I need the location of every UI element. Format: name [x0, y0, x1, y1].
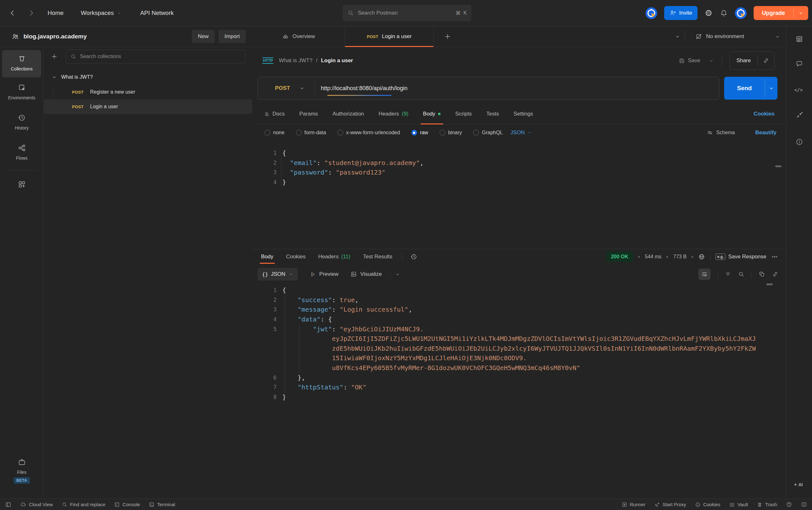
environment-selector[interactable]: No environment [690, 26, 786, 47]
add-module-icon[interactable] [18, 180, 26, 189]
nav-workspaces[interactable]: Workspaces [81, 9, 122, 17]
format-options-chevron-icon[interactable] [395, 272, 400, 277]
breadcrumb-parent[interactable]: What is JWT? [279, 57, 312, 64]
visualize-button[interactable]: Visualize [351, 271, 382, 277]
status-badge[interactable]: 200 OK [606, 252, 633, 262]
add-collection-icon[interactable] [51, 53, 58, 60]
send-button[interactable]: Send [724, 77, 777, 100]
preview-button[interactable]: Preview [310, 271, 338, 277]
request-body-editor[interactable]: 1{2 "email": "student@javapro.academy",3… [252, 141, 786, 253]
tab-tests[interactable]: Tests [486, 104, 499, 124]
cookies-button[interactable]: Cookies [695, 502, 720, 507]
sidebar-item-files[interactable]: Files BETA [0, 458, 43, 484]
method-chevron-icon[interactable] [299, 85, 305, 91]
user-avatar[interactable] [735, 7, 747, 19]
collapse-panel-icon[interactable] [795, 111, 803, 119]
tab-login-a-user[interactable]: POST Login a user [345, 26, 433, 47]
find-and-replace-button[interactable]: Find and replace [62, 502, 106, 507]
tab-headers[interactable]: Headers (9) [379, 104, 409, 124]
tab-body[interactable]: Body [423, 104, 441, 124]
runner-button[interactable]: Runner [622, 502, 645, 507]
collections-search-input[interactable]: Search collections [66, 50, 245, 63]
tab-authorization[interactable]: Authorization [332, 104, 364, 124]
sidebar-item-flows[interactable]: Flows [0, 144, 43, 161]
more-options-icon[interactable] [772, 254, 778, 260]
chevron-down-icon[interactable] [51, 74, 57, 80]
console-button[interactable]: Console [114, 502, 140, 507]
save-response-button[interactable]: e.g. Save Response [716, 254, 766, 260]
response-size[interactable]: 773 B [673, 254, 686, 260]
help-icon[interactable] [786, 502, 792, 507]
radio-form-data[interactable]: form-data [296, 130, 326, 136]
tab-settings[interactable]: Settings [514, 104, 533, 124]
save-menu-chevron-icon[interactable] [709, 58, 714, 63]
environment-quicklook-icon[interactable] [795, 35, 803, 43]
response-tab-headers[interactable]: Headers (11) [318, 249, 350, 264]
request-editor-scrollbar[interactable] [775, 165, 782, 167]
upgrade-menu-chevron[interactable] [793, 10, 808, 16]
workspace-name[interactable]: blog.javapro.academy [24, 33, 87, 40]
radio-none[interactable]: none [265, 130, 284, 136]
request-row-register[interactable]: POST Register a new user [43, 85, 252, 99]
tab-docs[interactable]: Docs [264, 104, 285, 124]
terminal-button[interactable]: Terminal [149, 502, 175, 507]
response-history-icon[interactable] [411, 253, 417, 260]
filter-icon[interactable] [725, 271, 731, 277]
save-button[interactable]: Save [688, 57, 700, 64]
radio-graphql[interactable]: GraphQL [473, 130, 503, 136]
cookies-link[interactable]: Cookies [754, 111, 775, 117]
comments-icon[interactable] [795, 60, 803, 67]
sidebar-item-environments[interactable]: Environments [0, 83, 43, 100]
start-proxy-button[interactable]: Start Proxy [654, 502, 686, 507]
sidebar-item-collections[interactable]: Collections [2, 50, 41, 78]
back-arrow-icon[interactable] [9, 9, 17, 17]
response-format-select[interactable]: {} JSON [258, 268, 298, 281]
link-icon[interactable] [772, 271, 778, 277]
forward-arrow-icon[interactable] [27, 9, 35, 17]
response-scrollbar[interactable] [766, 283, 773, 285]
invite-button[interactable]: Invite [664, 6, 697, 20]
two-pane-layout-icon[interactable] [801, 502, 807, 507]
global-search-input[interactable]: Search Postman ⌘ K [342, 5, 471, 21]
response-tab-test-results[interactable]: Test Results [363, 249, 392, 264]
new-button[interactable]: New [192, 30, 215, 43]
nav-api-network[interactable]: API Network [140, 9, 174, 17]
url-input[interactable]: http://localhost:8080/api/auth/login [321, 85, 408, 92]
tab-overflow-chevron-icon[interactable] [675, 34, 680, 39]
nav-home[interactable]: Home [48, 9, 64, 17]
request-row-login[interactable]: POST Login a user [43, 99, 252, 114]
vault-button[interactable]: Vault [729, 502, 748, 507]
network-globe-icon[interactable] [698, 253, 705, 260]
share-button[interactable]: Share [729, 51, 775, 70]
send-options-chevron[interactable] [765, 77, 777, 100]
code-snippet-icon[interactable]: </> [794, 87, 803, 93]
search-response-icon[interactable] [738, 271, 745, 277]
bell-icon[interactable] [720, 9, 728, 17]
beautify-button[interactable]: Beautify [755, 130, 777, 136]
team-avatar[interactable] [645, 7, 657, 19]
trash-button[interactable]: Trash [757, 502, 777, 507]
add-tab-icon[interactable] [444, 33, 451, 40]
copy-icon[interactable] [759, 271, 765, 277]
language-select[interactable]: JSON [510, 130, 532, 136]
radio-binary[interactable]: binary [440, 130, 462, 136]
method-select[interactable]: POST [275, 85, 290, 91]
gear-icon[interactable] [704, 9, 713, 17]
sidebar-item-history[interactable]: History [0, 114, 43, 131]
copy-link-button[interactable] [758, 57, 774, 64]
response-tab-body[interactable]: Body [261, 249, 273, 264]
toggle-sidebar-icon[interactable] [5, 502, 11, 508]
response-time[interactable]: 544 ms [645, 254, 661, 260]
wrap-text-button[interactable] [698, 268, 711, 280]
response-tab-cookies[interactable]: Cookies [286, 249, 305, 264]
radio-raw[interactable]: raw [411, 130, 428, 136]
info-icon[interactable] [795, 138, 803, 146]
schema-button[interactable]: Schema [707, 130, 735, 136]
radio-x-www-form-urlencoded[interactable]: x-www-form-urlencoded [337, 130, 400, 136]
cloud-view-button[interactable]: Cloud View [20, 502, 53, 507]
import-button[interactable]: Import [218, 30, 246, 43]
tab-params[interactable]: Params [299, 104, 318, 124]
upgrade-button[interactable]: Upgrade [754, 6, 808, 20]
tab-scripts[interactable]: Scripts [455, 104, 472, 124]
collection-row[interactable]: What is JWT? [43, 70, 252, 84]
